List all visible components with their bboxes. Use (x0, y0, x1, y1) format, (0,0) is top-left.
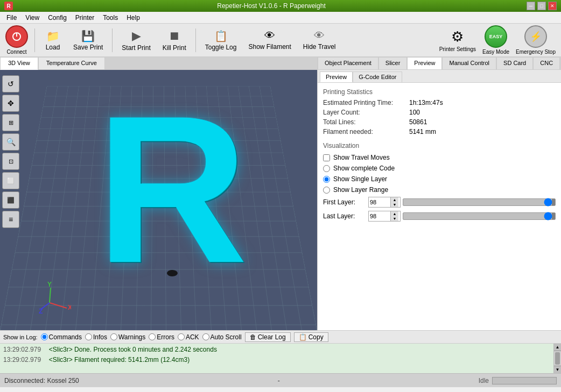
show-complete-label: Show complete Code (333, 165, 395, 172)
subtab-preview[interactable]: Preview (320, 72, 353, 82)
view-area: 3D View Temperature Curve R ↺ ✥ ⊞ 🔍 ⊡ ⬜ … (0, 57, 318, 330)
errors-radio[interactable] (149, 333, 156, 340)
log-scrollbar[interactable]: ▲ ▼ (553, 344, 561, 373)
maximize-button[interactable]: □ (537, 2, 546, 10)
preview-subtabs: Preview G-Code Editor (318, 70, 561, 83)
lines-tool[interactable]: ≡ (2, 211, 19, 228)
minimize-button[interactable]: ─ (527, 2, 535, 10)
connect-button[interactable]: Connect (3, 23, 30, 57)
first-layer-input[interactable] (369, 197, 390, 207)
tab-preview[interactable]: Preview (407, 57, 442, 70)
show-complete-radio[interactable] (323, 165, 330, 172)
zoom-fit-tool[interactable]: ⊡ (2, 153, 19, 170)
log-text-1: <Slic3r> Done. Process took 0 minutes an… (49, 346, 217, 353)
toggle-log-icon: 📋 (214, 30, 228, 42)
auto-scroll-label[interactable]: Auto Scroll (202, 333, 242, 341)
log-time-2: 13:29:02.979 (3, 356, 41, 364)
toggle-log-button[interactable]: 📋 Toggle Log (200, 26, 242, 55)
commands-radio-label[interactable]: Commands (41, 333, 82, 341)
copy-button[interactable]: 📋 Copy (294, 332, 328, 342)
clear-log-button[interactable]: 🗑 Clear Log (245, 332, 291, 342)
menu-printer[interactable]: Printer (71, 13, 99, 23)
menu-file[interactable]: File (2, 13, 21, 23)
menu-view[interactable]: View (21, 13, 44, 23)
tab-manual-control[interactable]: Manual Control (442, 57, 496, 69)
preview-content: Printing Statistics Estimated Printing T… (318, 83, 561, 330)
kill-print-button[interactable]: ⏹ Kill Print (158, 26, 191, 55)
last-layer-slider[interactable] (403, 212, 556, 220)
infos-radio[interactable] (85, 333, 92, 340)
estimated-time-value: 1h:13m:47s (409, 99, 556, 106)
kill-print-icon: ⏹ (169, 29, 180, 43)
show-travel-checkbox[interactable] (323, 154, 330, 161)
scroll-down-arrow[interactable]: ▼ (554, 366, 561, 373)
first-layer-down[interactable]: ▼ (391, 202, 398, 207)
ack-radio[interactable] (178, 333, 185, 340)
tab-slicer[interactable]: Slicer (378, 57, 408, 69)
tab-cnc[interactable]: CNC (533, 57, 560, 69)
warnings-radio-label[interactable]: Warnings (110, 333, 145, 341)
printer-settings-button[interactable]: ⚙ Printer Settings (437, 26, 478, 54)
printer-settings-icon: ⚙ (451, 28, 464, 45)
menu-help[interactable]: Help (122, 13, 144, 23)
scale-tool[interactable]: ⊞ (2, 114, 19, 131)
easy-mode-button[interactable]: EASY Easy Mode (480, 23, 511, 57)
close-button[interactable]: ✕ (548, 2, 557, 10)
ack-radio-label[interactable]: ACK (178, 333, 199, 341)
last-layer-down[interactable]: ▼ (391, 216, 398, 221)
show-range-radio[interactable] (323, 187, 330, 194)
statusbar: Disconnected: Kossel 250 - Idle (0, 373, 561, 387)
errors-radio-label[interactable]: Errors (149, 333, 174, 341)
move-tool[interactable]: ✥ (2, 95, 19, 112)
show-single-radio[interactable] (323, 176, 330, 183)
infos-radio-label[interactable]: Infos (85, 333, 107, 341)
first-layer-label: First Layer: (323, 198, 366, 206)
auto-scroll-radio[interactable] (202, 333, 209, 340)
menu-tools[interactable]: Tools (99, 13, 122, 23)
show-single-label: Show Single Layer (333, 175, 387, 183)
window-controls: ─ □ ✕ (527, 2, 557, 10)
visualization-section: Visualization Show Travel Moves Show com… (323, 142, 556, 222)
commands-radio[interactable] (41, 333, 48, 340)
first-layer-input-wrap: ▲ ▼ (368, 197, 401, 208)
tab-3d-view[interactable]: 3D View (0, 57, 38, 70)
zoom-in-tool[interactable]: 🔍 (2, 133, 19, 151)
rotate-tool[interactable]: ↺ (2, 75, 19, 92)
load-button[interactable]: 📁 Load (39, 26, 66, 55)
view-tabs: 3D View Temperature Curve (0, 57, 317, 70)
status-connection: Disconnected: Kossel 250 (4, 377, 79, 384)
show-in-log-label: Show in Log: (3, 334, 38, 340)
start-print-button[interactable]: ▶ Start Print (117, 26, 155, 55)
save-print-button[interactable]: 💾 Save Print (68, 26, 108, 55)
scroll-thumb[interactable] (555, 352, 560, 365)
first-layer-slider[interactable] (403, 198, 556, 206)
status-right: Idle (479, 377, 557, 384)
svg-line-2 (50, 303, 67, 308)
hide-travel-button[interactable]: 👁 Hide Travel (298, 26, 341, 55)
emergency-stop-button[interactable]: ⚡ Emergency Stop (514, 23, 558, 57)
canvas-area: R ↺ ✥ ⊞ 🔍 ⊡ ⬜ ⬛ ≡ X (0, 70, 317, 330)
save-icon: 💾 (81, 30, 95, 42)
filament-label: Filament needed: (323, 128, 409, 136)
last-layer-input[interactable] (369, 211, 390, 221)
axes-indicator: X Y Z (39, 281, 71, 315)
window-title: Repetier-Host V1.0.6 - R Paperweight (16, 2, 527, 10)
warnings-radio[interactable] (110, 333, 117, 340)
scroll-up-arrow[interactable]: ▲ (554, 344, 561, 351)
tab-sd-card[interactable]: SD Card (496, 57, 533, 69)
tab-temperature-curve[interactable]: Temperature Curve (38, 57, 105, 69)
subtab-gcode-editor[interactable]: G-Code Editor (353, 72, 402, 82)
solid-tool[interactable]: ⬛ (2, 191, 19, 209)
right-panel-tabs: Object Placement Slicer Preview Manual C… (318, 57, 561, 70)
toolbar: Connect 📁 Load 💾 Save Print ▶ Start Prin… (0, 24, 561, 57)
last-layer-up[interactable]: ▲ (391, 211, 398, 216)
svg-rect-1 (16, 33, 17, 37)
tab-object-placement[interactable]: Object Placement (318, 57, 378, 69)
svg-text:X: X (68, 304, 71, 311)
first-layer-up[interactable]: ▲ (391, 197, 398, 202)
menu-config[interactable]: Config (44, 13, 71, 23)
load-icon: 📁 (46, 30, 60, 42)
separator-3 (195, 28, 196, 52)
wireframe-tool[interactable]: ⬜ (2, 172, 19, 189)
show-filament-button[interactable]: 👁 Show Filament (243, 26, 296, 55)
